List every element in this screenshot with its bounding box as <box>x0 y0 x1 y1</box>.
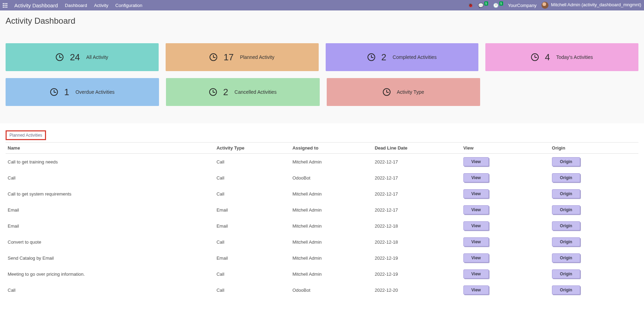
company-selector[interactable]: YourCompany <box>508 3 537 8</box>
cell-origin: Origin <box>550 282 638 298</box>
col-origin[interactable]: Origin <box>550 143 638 154</box>
user-label: Mitchell Admin (activity_dashboard_mngmn… <box>551 2 641 7</box>
view-button[interactable]: View <box>463 205 489 214</box>
cards-row-1: 24 All Activity 17 Planned Activity 2 Co… <box>6 43 638 71</box>
card-cancelled-activities[interactable]: 2 Cancelled Activities <box>166 78 319 106</box>
origin-button[interactable]: Origin <box>552 205 580 214</box>
tab-planned-activities[interactable]: Planned Activities <box>6 130 46 140</box>
cell-date: 2022-12-20 <box>373 282 461 298</box>
card-planned-activity[interactable]: 17 Planned Activity <box>166 43 319 71</box>
cell-view: View <box>461 218 550 234</box>
card-all-activity[interactable]: 24 All Activity <box>6 43 159 71</box>
cell-assigned: OdooBot <box>290 282 373 298</box>
cell-date: 2022-12-18 <box>373 234 461 250</box>
origin-button[interactable]: Origin <box>552 285 580 295</box>
cell-date: 2022-12-17 <box>373 202 461 218</box>
col-name[interactable]: Name <box>6 143 214 154</box>
card-activity-type[interactable]: Activity Type <box>327 78 480 106</box>
cell-view: View <box>461 154 550 170</box>
view-button[interactable]: View <box>463 173 489 182</box>
view-button[interactable]: View <box>463 189 489 198</box>
cell-name: Call to get training needs <box>6 154 214 170</box>
table-row: Send Catalog by EmailEmailMitchell Admin… <box>6 250 638 266</box>
origin-button[interactable]: Origin <box>552 189 580 198</box>
table-row: CallCallOdooBot2022-12-17ViewOrigin <box>6 170 638 186</box>
card-completed-activities[interactable]: 2 Completed Activities <box>326 43 479 71</box>
cell-type: Call <box>214 282 290 298</box>
cell-type: Email <box>214 218 290 234</box>
table-row: EmailEmailMitchell Admin2022-12-18ViewOr… <box>6 218 638 234</box>
clock-icon: 🕐 <box>493 3 499 8</box>
view-button[interactable]: View <box>463 221 489 230</box>
card-count: 24 <box>70 52 80 63</box>
cell-view: View <box>461 266 550 282</box>
origin-button[interactable]: Origin <box>552 173 580 182</box>
view-button[interactable]: View <box>463 157 489 166</box>
origin-button[interactable]: Origin <box>552 237 580 246</box>
cell-type: Call <box>214 170 290 186</box>
cell-origin: Origin <box>550 234 638 250</box>
cell-name: Call to get system requirements <box>6 186 214 202</box>
col-assigned-to[interactable]: Assigned to <box>290 143 373 154</box>
cell-origin: Origin <box>550 154 638 170</box>
clock-badge: 5 <box>499 1 503 6</box>
clock-icon <box>50 88 58 96</box>
activities-icon[interactable]: 🕐 5 <box>493 3 503 8</box>
cell-type: Call <box>214 186 290 202</box>
cell-assigned: Mitchell Admin <box>290 266 373 282</box>
chat-badge: 5 <box>484 1 488 6</box>
cell-type: Call <box>214 266 290 282</box>
card-count: 4 <box>545 52 550 63</box>
origin-button[interactable]: Origin <box>552 269 580 278</box>
chat-icon: 💬 <box>478 3 484 8</box>
cell-name: Send Catalog by Email <box>6 250 214 266</box>
view-button[interactable]: View <box>463 237 489 246</box>
messages-icon[interactable]: 💬 5 <box>478 3 488 8</box>
card-count: 1 <box>64 87 69 98</box>
content: Planned Activities Name Activity Type As… <box>0 123 644 305</box>
cell-assigned: Mitchell Admin <box>290 186 373 202</box>
activities-table: Name Activity Type Assigned to Dead Line… <box>6 142 638 298</box>
card-label: Cancelled Activities <box>235 89 277 95</box>
cell-name: Email <box>6 202 214 218</box>
brand[interactable]: Activity Dashboard <box>14 2 58 8</box>
cell-assigned: Mitchell Admin <box>290 218 373 234</box>
cell-date: 2022-12-17 <box>373 170 461 186</box>
cell-origin: Origin <box>550 266 638 282</box>
col-deadline[interactable]: Dead Line Date <box>373 143 461 154</box>
origin-button[interactable]: Origin <box>552 221 580 230</box>
nav-activity[interactable]: Activity <box>94 3 108 8</box>
cell-view: View <box>461 202 550 218</box>
topbar-left: Activity Dashboard Dashboard Activity Co… <box>3 2 142 8</box>
card-todays-activities[interactable]: 4 Today's Activities <box>485 43 638 71</box>
table-row: Call to get system requirementsCallMitch… <box>6 186 638 202</box>
cell-origin: Origin <box>550 218 638 234</box>
hero-section: Activity Dashboard 24 All Activity 17 Pl… <box>0 10 644 123</box>
apps-icon[interactable] <box>3 3 7 8</box>
clock-icon <box>56 53 63 61</box>
avatar <box>541 2 548 9</box>
col-view[interactable]: View <box>461 143 550 154</box>
cell-view: View <box>461 234 550 250</box>
nav-configuration[interactable]: Configuration <box>115 3 142 8</box>
cell-view: View <box>461 282 550 298</box>
table-header-row: Name Activity Type Assigned to Dead Line… <box>6 143 638 154</box>
cell-view: View <box>461 170 550 186</box>
bug-icon[interactable]: 🐞 <box>468 3 473 8</box>
clock-icon <box>531 53 539 61</box>
origin-button[interactable]: Origin <box>552 253 580 262</box>
origin-button[interactable]: Origin <box>552 157 580 166</box>
page-title: Activity Dashboard <box>6 16 638 26</box>
view-button[interactable]: View <box>463 285 489 295</box>
user-menu[interactable]: Mitchell Admin (activity_dashboard_mngmn… <box>541 2 641 9</box>
cell-name: Meeting to go over pricing information. <box>6 266 214 282</box>
cell-origin: Origin <box>550 250 638 266</box>
card-overdue-activities[interactable]: 1 Overdue Activities <box>6 78 159 106</box>
nav-dashboard[interactable]: Dashboard <box>65 3 87 8</box>
cell-date: 2022-12-17 <box>373 154 461 170</box>
view-button[interactable]: View <box>463 253 489 262</box>
card-label: Overdue Activities <box>75 89 114 95</box>
col-activity-type[interactable]: Activity Type <box>214 143 290 154</box>
view-button[interactable]: View <box>463 269 489 278</box>
table-row: EmailEmailMitchell Admin2022-12-17ViewOr… <box>6 202 638 218</box>
